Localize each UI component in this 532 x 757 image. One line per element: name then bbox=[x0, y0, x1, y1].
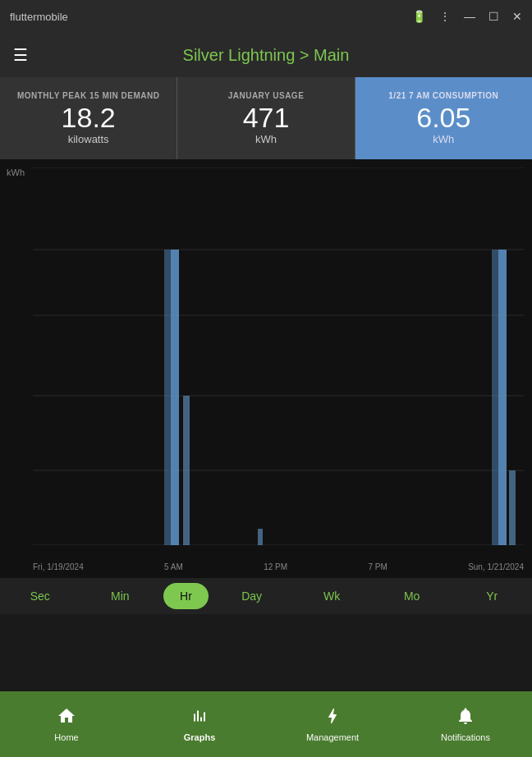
stat-monthly-peak-label: MONTHLY PEAK 15 MIN DEMAND bbox=[17, 91, 160, 100]
maximize-icon[interactable]: ☐ bbox=[488, 10, 499, 23]
management-icon bbox=[323, 706, 342, 729]
svg-rect-17 bbox=[492, 250, 507, 545]
time-tabs: Sec Min Hr Day Wk Mo Yr bbox=[0, 578, 532, 614]
title-bar: fluttermobile 🔋 ⋮ — ☐ ✕ bbox=[0, 0, 532, 33]
x-label-5am: 5 AM bbox=[164, 562, 183, 571]
more-icon[interactable]: ⋮ bbox=[439, 10, 451, 23]
tab-min[interactable]: Min bbox=[80, 578, 161, 614]
page-title: Silver Lightning > Main bbox=[183, 46, 350, 65]
close-icon[interactable]: ✕ bbox=[512, 10, 522, 23]
stat-january-usage-unit: kWh bbox=[255, 133, 277, 145]
app-name: fluttermobile bbox=[10, 11, 68, 23]
nav-home[interactable]: Home bbox=[0, 691, 133, 757]
stat-consumption-label: 1/21 7 AM CONSUMPTION bbox=[388, 91, 498, 100]
chart-svg: 23 18 14 9.07 4.53 0.00 bbox=[33, 167, 524, 545]
tab-yr[interactable]: Yr bbox=[452, 578, 532, 614]
stat-january-usage-value: 471 bbox=[243, 103, 290, 131]
nav-graphs[interactable]: Graphs bbox=[133, 691, 266, 757]
tab-sec[interactable]: Sec bbox=[0, 578, 80, 614]
svg-rect-15 bbox=[258, 529, 263, 545]
nav-notifications-label: Notifications bbox=[441, 732, 490, 742]
stats-row: MONTHLY PEAK 15 MIN DEMAND 18.2 kilowatt… bbox=[0, 77, 532, 159]
stat-monthly-peak-unit: kilowatts bbox=[68, 133, 109, 145]
nav-management[interactable]: Management bbox=[266, 691, 399, 757]
x-label-sun: Sun, 1/21/2024 bbox=[468, 562, 524, 571]
nav-home-label: Home bbox=[54, 732, 78, 742]
graphs-icon bbox=[190, 706, 209, 729]
minimize-icon[interactable]: — bbox=[464, 10, 475, 23]
nav-notifications[interactable]: Notifications bbox=[399, 691, 532, 757]
home-icon bbox=[57, 706, 76, 729]
x-label-7pm: 7 PM bbox=[368, 562, 387, 571]
tab-mo[interactable]: Mo bbox=[372, 578, 452, 614]
notifications-icon bbox=[456, 706, 475, 729]
tab-day[interactable]: Day bbox=[212, 578, 292, 614]
svg-rect-13 bbox=[164, 250, 179, 545]
stat-monthly-peak-value: 18.2 bbox=[62, 103, 116, 131]
battery-icon: 🔋 bbox=[412, 10, 426, 23]
header: ☰ Silver Lightning > Main bbox=[0, 33, 532, 77]
bottom-nav: Home Graphs Management Notifications bbox=[0, 691, 532, 757]
x-label-fri: Fri, 1/19/2024 bbox=[33, 562, 84, 571]
svg-rect-18 bbox=[509, 470, 516, 545]
stat-january-usage-label: JANUARY USAGE bbox=[228, 91, 305, 100]
y-axis-label: kWh bbox=[7, 167, 25, 177]
stat-consumption-value: 6.05 bbox=[416, 103, 470, 131]
stat-january-usage: JANUARY USAGE 471 kWh bbox=[177, 77, 355, 159]
x-axis-labels: Fri, 1/19/2024 5 AM 12 PM 7 PM Sun, 1/21… bbox=[33, 562, 524, 571]
tab-hr[interactable]: Hr bbox=[163, 583, 209, 609]
stat-monthly-peak: MONTHLY PEAK 15 MIN DEMAND 18.2 kilowatt… bbox=[0, 77, 177, 159]
hamburger-menu[interactable]: ☰ bbox=[13, 45, 28, 65]
nav-graphs-label: Graphs bbox=[184, 732, 216, 742]
svg-rect-14 bbox=[183, 396, 190, 545]
chart-area: kWh 23 18 14 9.07 4.53 0.00 Fri, 1/19/20… bbox=[0, 159, 532, 578]
stat-consumption: 1/21 7 AM CONSUMPTION 6.05 kWh bbox=[355, 77, 532, 159]
stat-consumption-unit: kWh bbox=[433, 133, 454, 145]
nav-management-label: Management bbox=[306, 732, 359, 742]
x-label-12pm: 12 PM bbox=[264, 562, 287, 571]
tab-wk[interactable]: Wk bbox=[291, 578, 372, 614]
window-controls: 🔋 ⋮ — ☐ ✕ bbox=[412, 10, 522, 23]
